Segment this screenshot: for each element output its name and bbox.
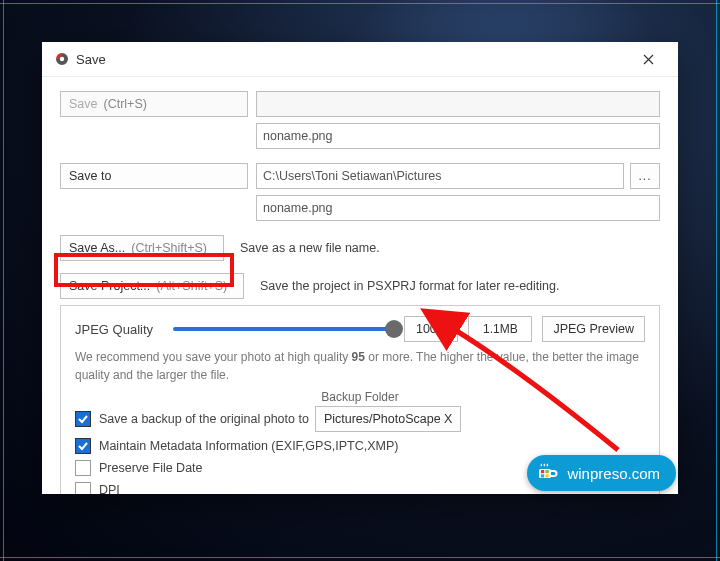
jpeg-help-text: We recommend you save your photo at high… — [75, 348, 645, 384]
save-button-label: Save — [69, 97, 98, 111]
chevron-down-icon[interactable]: ▼ — [443, 329, 453, 335]
slider-thumb[interactable] — [385, 320, 403, 338]
backup-folder-header: Backup Folder — [75, 390, 645, 404]
jpeg-quality-slider[interactable] — [173, 319, 394, 339]
backup-folder-button[interactable]: Pictures/PhotoScape X — [315, 406, 462, 432]
save-as-button[interactable]: Save As... (Ctrl+Shift+S) — [60, 235, 224, 261]
preserve-date-label: Preserve File Date — [99, 461, 203, 475]
jpeg-size-readout: 1.1MB — [468, 316, 532, 342]
window-title: Save — [76, 52, 106, 67]
jpeg-quality-value: 100 — [409, 322, 443, 336]
save-dialog: Save Save (Ctrl+S) noname.png Save to — [42, 42, 678, 494]
save-as-description: Save as a new file name. — [240, 241, 380, 255]
save-as-label: Save As... — [69, 241, 125, 255]
svg-point-0 — [60, 57, 64, 61]
watermark-badge: winpreso.com — [527, 455, 676, 491]
metadata-label: Maintain Metadata Information (EXIF,GPS,… — [99, 439, 398, 453]
filename-field-1[interactable]: noname.png — [256, 123, 660, 149]
save-project-label: Save Project... — [69, 279, 150, 293]
jpeg-quality-stepper[interactable]: 100 ▲ ▼ — [404, 316, 458, 342]
dpi-checkbox[interactable] — [75, 482, 91, 494]
app-icon — [54, 51, 70, 67]
dpi-label: DPI — [99, 483, 120, 494]
help-text-pre: We recommend you save your photo at high… — [75, 350, 352, 364]
save-project-shortcut: (Alt+Shift+S) — [156, 279, 227, 293]
save-to-label: Save to — [69, 169, 111, 183]
watermark-text: winpreso.com — [567, 465, 660, 482]
filename-field-2[interactable]: noname.png — [256, 195, 660, 221]
check-icon — [77, 440, 89, 452]
cup-icon — [535, 461, 559, 485]
stepper-arrows[interactable]: ▲ ▼ — [443, 323, 453, 335]
save-button-shortcut: (Ctrl+S) — [104, 97, 147, 111]
svg-rect-3 — [546, 470, 549, 473]
backup-checkbox[interactable] — [75, 411, 91, 427]
save-as-shortcut: (Ctrl+Shift+S) — [131, 241, 207, 255]
svg-rect-4 — [541, 474, 544, 477]
check-icon — [77, 413, 89, 425]
backup-label: Save a backup of the original photo to — [99, 412, 309, 426]
svg-rect-5 — [546, 474, 549, 477]
jpeg-preview-button[interactable]: JPEG Preview — [542, 316, 645, 342]
svg-rect-1 — [539, 469, 551, 478]
save-to-path-field[interactable]: C:\Users\Toni Setiawan\Pictures — [256, 163, 624, 189]
jpeg-quality-label: JPEG Quality — [75, 322, 163, 337]
browse-button[interactable]: ... — [630, 163, 660, 189]
save-path-field-disabled — [256, 91, 660, 117]
save-project-description: Save the project in PSXPRJ format for la… — [260, 279, 559, 293]
close-button[interactable] — [628, 44, 668, 74]
save-project-button[interactable]: Save Project... (Alt+Shift+S) — [60, 273, 244, 299]
help-text-bold: 95 — [352, 350, 365, 364]
titlebar: Save — [42, 42, 678, 77]
save-button[interactable]: Save (Ctrl+S) — [60, 91, 248, 117]
save-as-row: Save As... (Ctrl+Shift+S) Save as a new … — [60, 235, 660, 261]
save-to-button[interactable]: Save to — [60, 163, 248, 189]
preserve-date-checkbox[interactable] — [75, 460, 91, 476]
svg-rect-2 — [541, 470, 544, 473]
close-icon — [643, 54, 654, 65]
metadata-checkbox[interactable] — [75, 438, 91, 454]
